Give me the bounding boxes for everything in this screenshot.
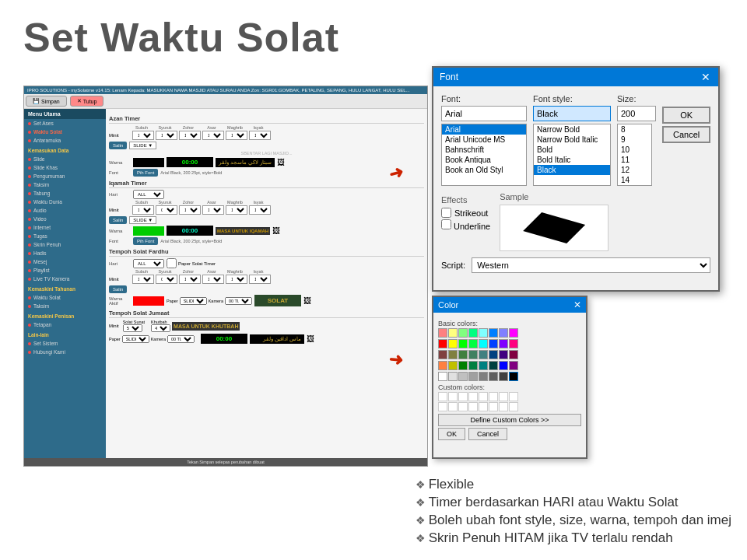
size-12[interactable]: 12: [618, 165, 651, 175]
font-list-item-arial-unicode[interactable]: Arial Unicode MS: [442, 135, 526, 145]
size-9[interactable]: 9: [618, 135, 651, 145]
font-list[interactable]: Arial Arial Unicode MS Bahnschrift Book …: [441, 124, 527, 186]
color-cancel-btn[interactable]: Cancel: [468, 428, 507, 440]
swatch-11[interactable]: [458, 339, 468, 348]
sidebar-item-tugas[interactable]: Tugas: [24, 232, 106, 240]
script-select[interactable]: Western: [472, 257, 710, 273]
iqamah-salin-btn[interactable]: Salin: [109, 216, 127, 224]
swatch-31[interactable]: [499, 361, 508, 370]
custom-12[interactable]: [468, 402, 478, 411]
sidebar-item-waktu-dunia[interactable]: Waktu Dunia: [24, 198, 106, 206]
swatch-21[interactable]: [479, 350, 488, 359]
swatch-15[interactable]: [499, 339, 508, 348]
azan-maghrib-select[interactable]: 1: [226, 131, 247, 140]
swatch-8[interactable]: [509, 328, 518, 338]
fardhu-asar-select[interactable]: 15: [202, 275, 224, 284]
custom-9[interactable]: [438, 402, 447, 411]
swatch-13[interactable]: [479, 339, 488, 348]
iqamah-asar-select[interactable]: 10: [202, 205, 224, 215]
pih-font-btn[interactable]: Pih Font: [133, 169, 158, 177]
swatch-7[interactable]: [499, 328, 508, 338]
font-list-item-book-old[interactable]: Book an Old Styl: [442, 165, 526, 175]
jumaat-sunat-select[interactable]: 5: [123, 324, 142, 332]
custom-10[interactable]: [448, 402, 458, 411]
size-16[interactable]: 16: [618, 185, 651, 186]
swatch-4[interactable]: [468, 328, 478, 338]
sidebar-item-skrin-penuh[interactable]: Skrin Penuh: [24, 240, 106, 249]
azan-image-btn[interactable]: 🖼: [277, 158, 285, 166]
sidebar-item-taksim[interactable]: Taksim: [24, 180, 106, 189]
swatch-33[interactable]: [438, 372, 447, 381]
swatch-5[interactable]: [479, 328, 488, 338]
azan-salin-btn[interactable]: Salin: [109, 142, 127, 149]
swatch-37[interactable]: [479, 372, 488, 381]
font-list-item-book-antiqua[interactable]: Book Antiqua: [442, 155, 526, 165]
size-input[interactable]: [617, 106, 656, 121]
swatch-3[interactable]: [458, 328, 468, 338]
iqamah-subuh-select[interactable]: 15: [132, 205, 154, 215]
custom-4[interactable]: [468, 392, 478, 401]
custom-14[interactable]: [489, 402, 498, 411]
font-dialog-close[interactable]: ✕: [700, 71, 712, 83]
azan-syuruk-select[interactable]: 1: [156, 131, 177, 140]
swatch-35[interactable]: [458, 372, 468, 381]
iqamah-slide-btn[interactable]: SLIDE ▼: [129, 216, 156, 224]
swatch-30[interactable]: [489, 361, 498, 370]
fardhu-zohor-select[interactable]: 15: [179, 275, 201, 284]
sidebar-item-set-sistem[interactable]: Set Sistem: [24, 339, 106, 348]
azan-color-swatch[interactable]: [133, 158, 164, 167]
swatch-19[interactable]: [458, 350, 468, 359]
swatch-6[interactable]: [489, 328, 498, 338]
sidebar-item-internet[interactable]: Internet: [24, 223, 106, 232]
sidebar-item-antaramuka[interactable]: Antaramuka: [24, 136, 106, 145]
sidebar-item-video[interactable]: Video: [24, 215, 106, 223]
fardhu-image-btn[interactable]: 🖼: [303, 296, 311, 305]
iqamah-syuruk-select[interactable]: 0: [156, 205, 177, 215]
azan-asar-select[interactable]: 1: [202, 131, 224, 140]
size-list[interactable]: 8 9 10 11 12 14 16: [617, 124, 652, 186]
sidebar-item-tabung[interactable]: Tabung: [24, 189, 106, 198]
fardhu-maghrib-select[interactable]: 15: [226, 275, 247, 284]
swatch-17[interactable]: [438, 350, 447, 359]
swatch-black[interactable]: [509, 372, 518, 381]
font-list-item-arial[interactable]: Arial: [442, 124, 526, 135]
tutup-btn[interactable]: ✕ Tutup: [70, 96, 104, 107]
swatch-36[interactable]: [468, 372, 478, 381]
swatch-20[interactable]: [468, 350, 478, 359]
size-10[interactable]: 10: [618, 145, 651, 155]
fardhu-kamera-select[interactable]: 00 TIADA: [225, 297, 252, 305]
swatch-25[interactable]: [438, 361, 447, 370]
define-custom-colors-btn[interactable]: Define Custom Colors >>: [438, 414, 581, 426]
color-ok-btn[interactable]: OK: [438, 428, 465, 440]
font-list-item-bahnschrift[interactable]: Bahnschrift: [442, 145, 526, 155]
font-ok-btn[interactable]: OK: [662, 107, 710, 124]
custom-7[interactable]: [499, 392, 508, 401]
swatch-12[interactable]: [468, 339, 478, 348]
fardhu-subuh-select[interactable]: 15: [132, 275, 154, 284]
azan-subuh-select[interactable]: 1: [132, 131, 154, 140]
font-style-input[interactable]: [533, 106, 611, 121]
custom-16[interactable]: [509, 402, 518, 411]
sidebar-item-waktu-solat[interactable]: Waktu Solat: [24, 128, 106, 136]
style-bold-italic[interactable]: Bold Italic: [534, 155, 610, 165]
style-black[interactable]: Black: [534, 165, 610, 175]
swatch-22[interactable]: [489, 350, 498, 359]
jumaat-image-btn[interactable]: 🖼: [307, 334, 314, 343]
sidebar-item-mesej[interactable]: Mesej: [24, 257, 106, 266]
color-dialog-close[interactable]: ✕: [573, 299, 581, 310]
iqamah-image-btn[interactable]: 🖼: [272, 226, 280, 235]
swatch-38[interactable]: [489, 372, 498, 381]
sidebar-item-hubungi-kami[interactable]: Hubungi Kami: [24, 348, 106, 356]
swatch-24[interactable]: [509, 350, 518, 359]
jumaat-khutbah-select[interactable]: 40: [151, 324, 170, 332]
sidebar-item-waktu-solat2[interactable]: Waktu Solat: [24, 293, 106, 302]
azan-zohor-select[interactable]: 1: [179, 131, 201, 140]
azan-slide-btn[interactable]: SLIDE ▼: [129, 142, 156, 149]
strikeout-checkbox[interactable]: [441, 208, 451, 218]
swatch-27[interactable]: [458, 361, 468, 370]
simpan-btn[interactable]: 💾 Simpan: [26, 96, 67, 107]
sidebar-item-tetapan[interactable]: Tetapan: [24, 320, 106, 329]
swatch-2[interactable]: [448, 328, 458, 338]
swatch-32[interactable]: [509, 361, 518, 370]
swatch-1[interactable]: [438, 328, 447, 338]
